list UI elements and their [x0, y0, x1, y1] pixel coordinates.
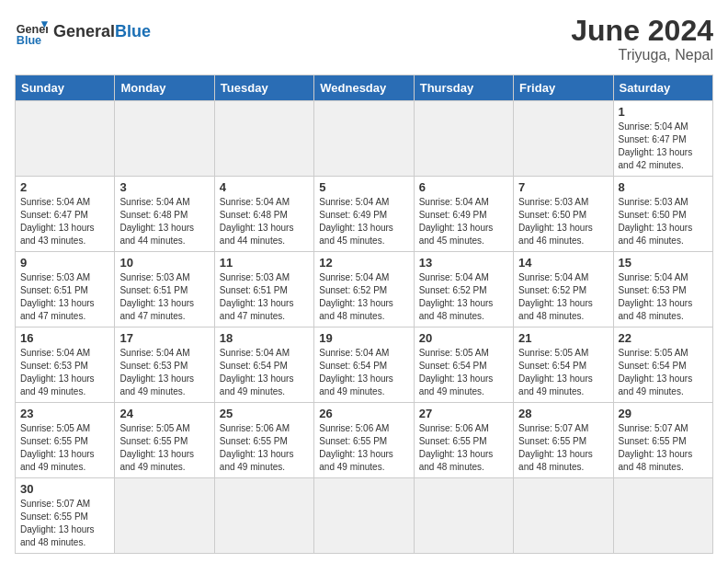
day-info: Sunrise: 5:04 AM Sunset: 6:49 PM Dayligh… — [319, 196, 408, 247]
calendar-cell: 10Sunrise: 5:03 AM Sunset: 6:51 PM Dayli… — [115, 252, 214, 327]
day-info: Sunrise: 5:04 AM Sunset: 6:47 PM Dayligh… — [619, 121, 708, 172]
weekday-header-thursday: Thursday — [414, 75, 513, 101]
week-row-2: 2Sunrise: 5:04 AM Sunset: 6:47 PM Daylig… — [16, 177, 713, 252]
calendar-cell — [314, 101, 414, 177]
day-info: Sunrise: 5:04 AM Sunset: 6:53 PM Dayligh… — [119, 347, 209, 398]
weekday-header-wednesday: Wednesday — [314, 75, 414, 101]
day-info: Sunrise: 5:04 AM Sunset: 6:48 PM Dayligh… — [220, 196, 309, 247]
week-row-6: 30Sunrise: 5:07 AM Sunset: 6:55 PM Dayli… — [16, 478, 713, 554]
calendar-cell: 2Sunrise: 5:04 AM Sunset: 6:47 PM Daylig… — [16, 177, 115, 252]
weekday-header-row: SundayMondayTuesdayWednesdayThursdayFrid… — [16, 75, 713, 101]
day-number: 26 — [319, 407, 408, 420]
day-info: Sunrise: 5:03 AM Sunset: 6:50 PM Dayligh… — [619, 196, 708, 247]
calendar-cell: 5Sunrise: 5:04 AM Sunset: 6:49 PM Daylig… — [314, 177, 414, 252]
logo-blue: Blue — [115, 22, 151, 40]
day-number: 5 — [319, 180, 408, 194]
day-info: Sunrise: 5:04 AM Sunset: 6:52 PM Dayligh… — [518, 271, 608, 323]
day-number: 19 — [319, 331, 408, 345]
day-number: 6 — [419, 180, 508, 194]
calendar-cell: 24Sunrise: 5:05 AM Sunset: 6:55 PM Dayli… — [115, 403, 214, 478]
day-info: Sunrise: 5:05 AM Sunset: 6:54 PM Dayligh… — [518, 347, 608, 398]
calendar-cell — [414, 101, 513, 177]
day-number: 22 — [619, 331, 708, 345]
calendar-cell — [214, 101, 313, 177]
day-info: Sunrise: 5:04 AM Sunset: 6:49 PM Dayligh… — [419, 196, 508, 247]
calendar-cell: 15Sunrise: 5:04 AM Sunset: 6:53 PM Dayli… — [613, 252, 712, 327]
logo-icon: General Blue — [15, 15, 48, 48]
calendar-cell — [115, 478, 214, 554]
day-info: Sunrise: 5:03 AM Sunset: 6:51 PM Dayligh… — [220, 271, 309, 323]
day-number: 21 — [518, 331, 608, 345]
day-info: Sunrise: 5:04 AM Sunset: 6:53 PM Dayligh… — [619, 271, 708, 323]
calendar-cell: 16Sunrise: 5:04 AM Sunset: 6:53 PM Dayli… — [16, 327, 115, 403]
day-info: Sunrise: 5:05 AM Sunset: 6:54 PM Dayligh… — [419, 347, 508, 398]
calendar-cell: 6Sunrise: 5:04 AM Sunset: 6:49 PM Daylig… — [414, 177, 513, 252]
logo: General Blue GeneralBlue — [15, 15, 151, 48]
day-number: 29 — [619, 407, 708, 420]
day-info: Sunrise: 5:04 AM Sunset: 6:54 PM Dayligh… — [220, 347, 309, 398]
day-number: 7 — [518, 180, 608, 194]
weekday-header-sunday: Sunday — [16, 75, 115, 101]
day-info: Sunrise: 5:04 AM Sunset: 6:53 PM Dayligh… — [20, 347, 109, 398]
calendar-cell: 12Sunrise: 5:04 AM Sunset: 6:52 PM Dayli… — [314, 252, 414, 327]
day-number: 30 — [20, 482, 109, 496]
day-number: 13 — [419, 256, 508, 270]
calendar-cell: 18Sunrise: 5:04 AM Sunset: 6:54 PM Dayli… — [214, 327, 313, 403]
week-row-3: 9Sunrise: 5:03 AM Sunset: 6:51 PM Daylig… — [16, 252, 713, 327]
day-number: 14 — [518, 256, 608, 270]
calendar-cell — [514, 478, 613, 554]
location-subtitle: Triyuga, Nepal — [571, 47, 713, 63]
svg-text:Blue: Blue — [17, 34, 41, 47]
calendar-cell — [414, 478, 513, 554]
calendar-cell — [613, 478, 712, 554]
calendar-cell: 28Sunrise: 5:07 AM Sunset: 6:55 PM Dayli… — [514, 403, 613, 478]
week-row-5: 23Sunrise: 5:05 AM Sunset: 6:55 PM Dayli… — [16, 403, 713, 478]
calendar-cell: 21Sunrise: 5:05 AM Sunset: 6:54 PM Dayli… — [514, 327, 613, 403]
calendar-table: SundayMondayTuesdayWednesdayThursdayFrid… — [15, 75, 713, 554]
day-info: Sunrise: 5:06 AM Sunset: 6:55 PM Dayligh… — [220, 422, 309, 474]
calendar-cell: 25Sunrise: 5:06 AM Sunset: 6:55 PM Dayli… — [214, 403, 313, 478]
calendar-cell — [314, 478, 414, 554]
day-info: Sunrise: 5:05 AM Sunset: 6:55 PM Dayligh… — [20, 422, 109, 474]
day-number: 2 — [20, 180, 109, 194]
day-number: 20 — [419, 331, 508, 345]
day-number: 16 — [20, 331, 109, 345]
weekday-header-monday: Monday — [115, 75, 214, 101]
logo-general: General — [53, 22, 115, 40]
day-info: Sunrise: 5:06 AM Sunset: 6:55 PM Dayligh… — [419, 422, 508, 474]
day-number: 8 — [619, 180, 708, 194]
day-number: 9 — [20, 256, 109, 270]
calendar-cell: 26Sunrise: 5:06 AM Sunset: 6:55 PM Dayli… — [314, 403, 414, 478]
day-info: Sunrise: 5:05 AM Sunset: 6:54 PM Dayligh… — [619, 347, 708, 398]
day-info: Sunrise: 5:04 AM Sunset: 6:47 PM Dayligh… — [20, 196, 109, 247]
day-info: Sunrise: 5:04 AM Sunset: 6:48 PM Dayligh… — [119, 196, 209, 247]
calendar-cell: 22Sunrise: 5:05 AM Sunset: 6:54 PM Dayli… — [613, 327, 712, 403]
day-number: 4 — [220, 180, 309, 194]
day-number: 3 — [119, 180, 209, 194]
day-info: Sunrise: 5:06 AM Sunset: 6:55 PM Dayligh… — [319, 422, 408, 474]
calendar-cell: 4Sunrise: 5:04 AM Sunset: 6:48 PM Daylig… — [214, 177, 313, 252]
calendar-cell: 30Sunrise: 5:07 AM Sunset: 6:55 PM Dayli… — [16, 478, 115, 554]
day-number: 28 — [518, 407, 608, 420]
day-number: 12 — [319, 256, 408, 270]
day-number: 23 — [20, 407, 109, 420]
day-number: 1 — [619, 105, 708, 119]
calendar-cell — [514, 101, 613, 177]
page-header: General Blue GeneralBlue June 2024 Triyu… — [15, 15, 713, 63]
day-info: Sunrise: 5:04 AM Sunset: 6:54 PM Dayligh… — [319, 347, 408, 398]
day-info: Sunrise: 5:07 AM Sunset: 6:55 PM Dayligh… — [20, 498, 109, 549]
day-number: 25 — [220, 407, 309, 420]
week-row-4: 16Sunrise: 5:04 AM Sunset: 6:53 PM Dayli… — [16, 327, 713, 403]
title-block: June 2024 Triyuga, Nepal — [571, 15, 713, 63]
day-info: Sunrise: 5:05 AM Sunset: 6:55 PM Dayligh… — [119, 422, 209, 474]
calendar-cell: 7Sunrise: 5:03 AM Sunset: 6:50 PM Daylig… — [514, 177, 613, 252]
day-info: Sunrise: 5:03 AM Sunset: 6:51 PM Dayligh… — [20, 271, 109, 323]
calendar-cell: 3Sunrise: 5:04 AM Sunset: 6:48 PM Daylig… — [115, 177, 214, 252]
calendar-cell — [115, 101, 214, 177]
calendar-cell: 11Sunrise: 5:03 AM Sunset: 6:51 PM Dayli… — [214, 252, 313, 327]
day-number: 27 — [419, 407, 508, 420]
calendar-cell — [16, 101, 115, 177]
calendar-cell: 14Sunrise: 5:04 AM Sunset: 6:52 PM Dayli… — [514, 252, 613, 327]
calendar-cell: 23Sunrise: 5:05 AM Sunset: 6:55 PM Dayli… — [16, 403, 115, 478]
day-info: Sunrise: 5:03 AM Sunset: 6:51 PM Dayligh… — [119, 271, 209, 323]
